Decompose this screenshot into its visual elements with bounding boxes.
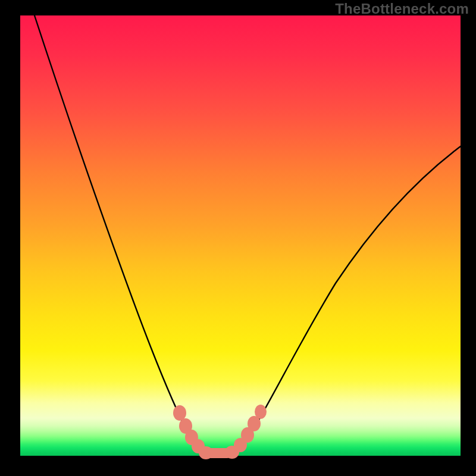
marker-dot — [255, 405, 267, 419]
chart-frame: TheBottleneck.com — [0, 0, 476, 476]
curve-left-branch — [33, 12, 209, 455]
watermark-text: TheBottleneck.com — [335, 1, 469, 17]
marker-dot — [173, 405, 186, 421]
bottleneck-curve — [20, 15, 461, 456]
plot-area — [20, 15, 461, 456]
optimal-markers-right — [225, 405, 267, 459]
